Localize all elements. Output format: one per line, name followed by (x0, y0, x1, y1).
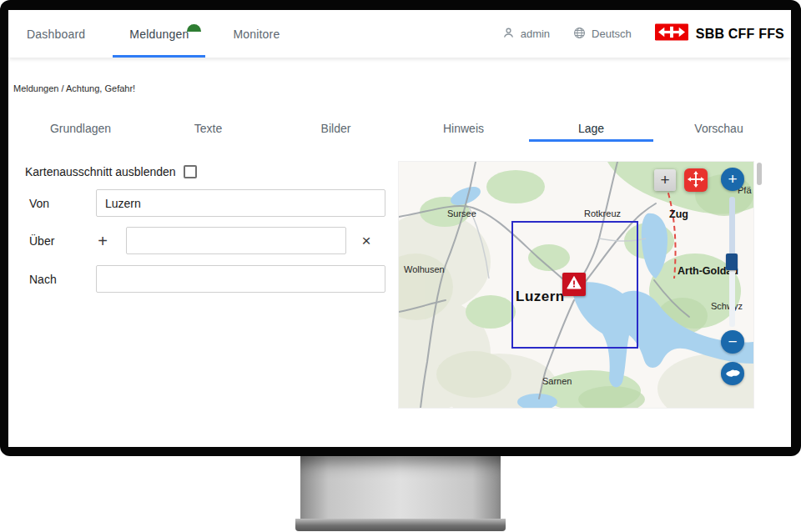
ueber-input[interactable] (126, 227, 346, 254)
zoom-slider-track[interactable] (729, 197, 735, 255)
language-menu[interactable]: Deutsch (573, 27, 632, 42)
zoom-out-button[interactable]: − (721, 330, 744, 354)
von-input[interactable] (96, 189, 385, 217)
sbb-logo: SBB CFF FFS (655, 23, 784, 44)
von-label: Von (29, 197, 96, 210)
tab-grundlagen[interactable]: Grundlagen (17, 115, 144, 142)
breadcrumb[interactable]: Meldungen / Achtung, Gefahr! (13, 83, 791, 93)
tab-bilder[interactable]: Bilder (272, 115, 400, 142)
ueber-field-row: Über + × (29, 227, 375, 254)
tab-lage[interactable]: Lage (527, 115, 655, 142)
map-pan-button[interactable] (684, 168, 708, 192)
town-label: Zug (669, 208, 688, 220)
hide-map-checkbox[interactable] (184, 165, 197, 178)
sbb-logo-icon (655, 23, 688, 44)
pan-arrows-icon (687, 170, 705, 191)
town-label: Rotkreuz (584, 208, 621, 218)
nach-input[interactable] (96, 265, 385, 293)
scrollbar-thumb[interactable] (757, 163, 762, 185)
hide-map-row: Kartenausschnitt ausblenden (25, 165, 197, 178)
main-nav: Dashboard Meldungen Monitore (27, 10, 280, 58)
user-menu[interactable]: admin (502, 27, 550, 42)
lage-panel: Kartenausschnitt ausblenden Von Über + ×… (8, 142, 791, 445)
notification-badge (187, 24, 201, 32)
nach-field-row: Nach (29, 265, 385, 293)
stage: Dashboard Meldungen Monitore admin (0, 0, 801, 532)
clear-via-button[interactable]: × (358, 233, 375, 248)
tab-vorschau[interactable]: Vorschau (655, 115, 783, 142)
nav-label: Dashboard (27, 28, 85, 41)
von-field-row: Von (29, 189, 385, 217)
tab-texte[interactable]: Texte (144, 115, 272, 142)
tab-bar: Grundlagen Texte Bilder Hinweis Lage Vor… (8, 115, 791, 142)
zoom-slider-handle[interactable] (726, 253, 738, 270)
nav-item-meldungen[interactable]: Meldungen (129, 10, 189, 58)
nav-label: Meldungen (129, 28, 189, 41)
map-expand-button[interactable]: + (654, 169, 676, 191)
hide-map-label: Kartenausschnitt ausblenden (25, 165, 176, 178)
monitor-stand-neck (300, 456, 501, 519)
switzerland-icon (725, 364, 741, 383)
warning-marker[interactable] (562, 273, 586, 296)
language-label: Deutsch (592, 28, 632, 40)
zoom-in-button[interactable]: + (721, 168, 744, 191)
app-header: Dashboard Meldungen Monitore admin (8, 10, 791, 58)
user-label: admin (521, 28, 550, 40)
town-label: Sursee (447, 208, 476, 218)
home-extent-button[interactable] (721, 362, 744, 385)
ueber-label: Über (29, 234, 94, 248)
add-via-button[interactable]: + (94, 233, 111, 249)
sbb-logo-text: SBB CFF FFS (696, 27, 784, 42)
town-label: Sarnen (542, 376, 572, 386)
nav-label: Monitore (233, 28, 280, 41)
nach-label: Nach (29, 273, 96, 286)
globe-icon (573, 27, 586, 42)
nav-item-monitore[interactable]: Monitore (233, 10, 280, 58)
tab-hinweis[interactable]: Hinweis (400, 115, 527, 142)
user-icon (502, 27, 515, 42)
map-canvas[interactable]: Sursee Rotkreuz Zug Wolhusen Arth-Goldau… (399, 162, 753, 408)
town-label: Schwyz (711, 301, 743, 311)
header-right: admin Deutsch SBB CFF FFS (502, 10, 784, 58)
zoom-slider-track[interactable] (729, 270, 735, 327)
screen: Dashboard Meldungen Monitore admin (8, 10, 791, 447)
warning-triangle-icon (566, 274, 582, 294)
nav-item-dashboard[interactable]: Dashboard (27, 10, 85, 58)
monitor-stand-base (295, 519, 506, 531)
town-label: Wolhusen (404, 264, 445, 274)
